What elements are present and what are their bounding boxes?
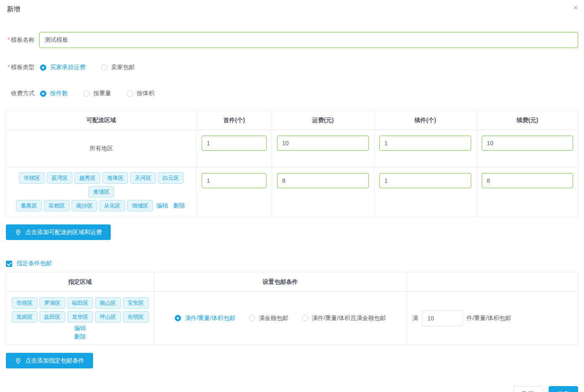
radio-unselected-icon [249, 315, 255, 321]
radio-unselected-icon [302, 315, 308, 321]
radio-label: 买家承担运费 [50, 64, 85, 71]
radio-selected-icon [40, 64, 46, 71]
edit-link[interactable]: 编辑 [74, 325, 86, 331]
table-row: 市辖区荔湾区越秀区海珠区天河区白云区黄埔区 番禺区花都区南沙区从化区增城区编辑删… [6, 168, 579, 216]
area-tag: 荔湾区 [47, 172, 72, 184]
freight-input[interactable] [277, 173, 369, 188]
checkbox-checked-icon[interactable] [6, 261, 12, 267]
charge-method-options: 按件数 按重量 按体积 [40, 90, 170, 97]
condition-value-input[interactable] [422, 310, 463, 326]
required-asterisk: * [8, 64, 10, 70]
free-shipping-condition-table: 指定区域 设置包邮条件 市辖区罗湖区福田区南山区宝安区 龙岗区盐田区龙华区坪山区… [6, 272, 579, 345]
radio-label: 按体积 [137, 90, 155, 97]
radio-seller-free-shipping[interactable]: 卖家包邮 [101, 64, 135, 71]
location-pin-icon [15, 229, 21, 236]
first-count-input[interactable] [202, 173, 267, 188]
next-fee-input[interactable] [482, 173, 573, 188]
header-next-fee: 续费(元) [477, 111, 579, 130]
charge-method-label: 收费方式 [6, 90, 35, 97]
radio-selected-icon [175, 315, 181, 321]
radio-by-volume[interactable]: 按体积 [127, 90, 155, 97]
area-tag: 白云区 [158, 172, 184, 184]
area-tag-group: 龙岗区盐田区龙华区坪山区光明区 [11, 313, 149, 320]
area-tag: 增城区 [127, 200, 153, 211]
shipping-fee-table: 可配送区域 首件(个) 运费(元) 续件(个) 续费(元) 所有地区 [6, 110, 579, 216]
area-tag-row: 市辖区荔湾区越秀区海珠区天河区白云区黄埔区 [10, 171, 193, 199]
radio-by-piece[interactable]: 按件数 [40, 90, 68, 97]
radio-label: 卖家包邮 [111, 64, 135, 71]
dialog-title: 新增 [7, 5, 20, 14]
condition-prefix: 满 [412, 315, 418, 322]
header-empty [407, 272, 579, 292]
radio-label: 满件/重量/体积且满金额包邮 [312, 315, 386, 322]
table-row: 所有地区 [6, 130, 579, 168]
area-tag: 番禺区 [16, 200, 42, 211]
radio-by-quantity-and-amount-free[interactable]: 满件/重量/体积且满金额包邮 [302, 315, 386, 322]
next-count-input[interactable] [379, 173, 471, 188]
condition-options-cell: 满件/重量/体积包邮 满金额包邮 满件/重量/体积且满金额包邮 [154, 292, 407, 345]
radio-unselected-icon [127, 91, 133, 97]
area-tag: 南沙区 [72, 200, 97, 211]
header-freight: 运费(元) [272, 111, 374, 130]
area-tag: 市辖区 [19, 172, 45, 184]
close-icon[interactable]: × [573, 3, 578, 12]
template-name-input[interactable] [39, 32, 578, 48]
area-tag-row: 番禺区花都区南沙区从化区增城区编辑删除 [10, 199, 193, 213]
area-tag: 光明区 [123, 311, 149, 323]
area-tag: 越秀区 [75, 172, 100, 184]
area-tag: 罗湖区 [40, 297, 65, 309]
area-tag: 龙华区 [67, 311, 93, 323]
radio-label: 满件/重量/体积包邮 [185, 315, 235, 322]
next-count-input[interactable] [379, 136, 471, 151]
template-name-label: *模板名称 [6, 36, 35, 44]
area-tag: 龙岗区 [12, 311, 37, 323]
header-delivery-area: 可配送区域 [6, 111, 197, 130]
add-condition-button[interactable]: 点击添加指定包邮条件 [6, 353, 93, 368]
delete-link[interactable]: 删除 [173, 202, 185, 209]
add-template-dialog: 新增 × *模板名称 *模板类型 买家承担运费 卖家包邮 收费方式 [0, 0, 584, 392]
radio-buyer-pays[interactable]: 买家承担运费 [40, 64, 85, 71]
radio-selected-icon [40, 91, 46, 97]
required-asterisk: * [8, 36, 10, 43]
area-tag-group: 番禺区花都区南沙区从化区增城区 [15, 202, 154, 209]
freight-input[interactable] [277, 136, 369, 151]
template-type-label: *模板类型 [6, 64, 35, 71]
add-area-button[interactable]: 点击添加可配送的区域和运费 [6, 224, 111, 240]
dialog-content: *模板名称 *模板类型 买家承担运费 卖家包邮 收费方式 [6, 32, 578, 392]
next-fee-input[interactable] [482, 136, 573, 151]
radio-by-quantity-free[interactable]: 满件/重量/体积包邮 [175, 315, 235, 322]
radio-by-amount-free[interactable]: 满金额包邮 [249, 315, 288, 322]
condition-area-tags-cell: 市辖区罗湖区福田区南山区宝安区 龙岗区盐田区龙华区坪山区光明区编辑 删除 [6, 292, 154, 345]
area-tag-row: 龙岗区盐田区龙华区坪山区光明区编辑 [10, 310, 150, 332]
radio-label: 满金额包邮 [259, 315, 288, 322]
add-condition-button-label: 点击添加指定包邮条件 [25, 357, 84, 365]
header-first-count: 首件(个) [197, 111, 272, 130]
template-name-row: *模板名称 [6, 32, 578, 48]
area-tag: 盐田区 [40, 311, 65, 323]
dialog-footer: 取消 确定 [6, 386, 578, 392]
cancel-button[interactable]: 取消 [513, 386, 543, 392]
area-all-regions: 所有地区 [6, 130, 197, 168]
template-type-label-text: 模板类型 [11, 64, 35, 70]
area-tag: 黄埔区 [88, 186, 114, 197]
area-tag-row: 删除 [10, 332, 150, 341]
header-set-condition: 设置包邮条件 [154, 272, 407, 292]
template-name-label-text: 模板名称 [11, 36, 35, 43]
header-designated-area: 指定区域 [6, 272, 154, 292]
first-count-input[interactable] [202, 136, 267, 151]
radio-by-weight[interactable]: 按重量 [83, 90, 111, 97]
radio-label: 按件数 [50, 90, 68, 97]
template-type-options: 买家承担运费 卖家包邮 [40, 64, 150, 71]
table-header-row: 指定区域 设置包邮条件 [6, 272, 579, 292]
edit-link[interactable]: 编辑 [157, 202, 168, 209]
add-area-button-label: 点击添加可配送的区域和运费 [25, 229, 102, 236]
condition-suffix: 件/重量/体积包邮 [467, 315, 511, 322]
delete-link[interactable]: 删除 [74, 333, 86, 340]
radio-label: 按重量 [93, 90, 111, 97]
table-row: 市辖区罗湖区福田区南山区宝安区 龙岗区盐田区龙华区坪山区光明区编辑 删除 满件/… [6, 292, 579, 345]
area-tag: 天河区 [130, 172, 156, 184]
condition-value-cell: 满 件/重量/体积包邮 [407, 292, 579, 345]
confirm-button[interactable]: 确定 [549, 386, 578, 392]
area-tag: 宝安区 [123, 297, 149, 309]
area-tag-row: 市辖区罗湖区福田区南山区宝安区 [10, 296, 150, 310]
